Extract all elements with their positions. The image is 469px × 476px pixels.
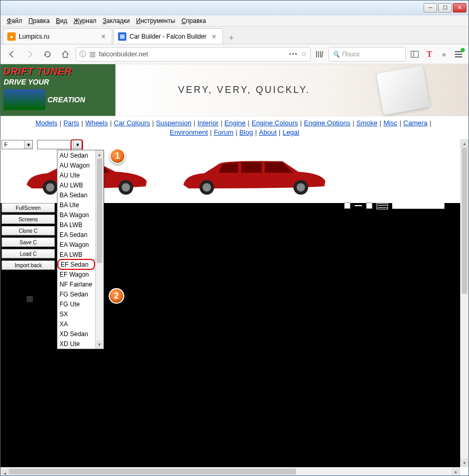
sidebar-icon[interactable] bbox=[409, 49, 420, 60]
nav-link-smoke[interactable]: Smoke bbox=[356, 119, 377, 127]
nav-link-wheels[interactable]: Wheels bbox=[85, 119, 108, 127]
brand-select[interactable]: F ▾ bbox=[2, 140, 33, 149]
back-button[interactable] bbox=[5, 47, 19, 62]
page-vertical-scrollbar[interactable]: ▴ ▾ bbox=[460, 139, 468, 467]
dropdown-option[interactable]: AU Ute bbox=[57, 170, 95, 180]
dropdown-option[interactable]: EA Sedan bbox=[57, 230, 95, 240]
forward-button[interactable] bbox=[22, 47, 37, 62]
widget-lines-icon[interactable] bbox=[377, 202, 388, 209]
dropdown-option[interactable]: SX bbox=[57, 309, 95, 319]
dropdown-option[interactable]: FG Ute bbox=[57, 299, 95, 309]
dropdown-option[interactable]: BA Sedan bbox=[57, 190, 95, 200]
dropdown-option[interactable]: EF Sedan bbox=[57, 259, 95, 270]
scroll-thumb[interactable] bbox=[9, 469, 296, 474]
dropdown-option[interactable]: XD Sedan bbox=[57, 329, 95, 339]
menu-закладки[interactable]: Закладки bbox=[100, 16, 133, 26]
dropdown-option[interactable]: NF Fairlane bbox=[57, 279, 95, 289]
widget-slider[interactable] bbox=[392, 203, 444, 209]
bookmark-star-icon[interactable]: ☆ bbox=[301, 50, 307, 58]
scroll-right-icon[interactable]: ▸ bbox=[452, 468, 460, 475]
dropdown-scrollbar[interactable]: ▴ ▾ bbox=[95, 150, 103, 349]
extension-t-icon[interactable]: T bbox=[424, 49, 435, 60]
nav-link-blog[interactable]: Blog bbox=[239, 128, 253, 136]
menu-журнал[interactable]: Журнал bbox=[71, 16, 100, 26]
model-select[interactable]: ▾ bbox=[37, 140, 82, 149]
menu-инструменты[interactable]: Инструменты bbox=[133, 16, 179, 26]
nav-link-camera[interactable]: Camera bbox=[403, 119, 427, 127]
nav-link-parts[interactable]: Parts bbox=[63, 119, 79, 127]
side-button-import-back[interactable]: Import back bbox=[2, 260, 55, 270]
dropdown-option[interactable]: EA Wagon bbox=[57, 240, 95, 249]
reader-icon[interactable]: ▥ bbox=[89, 50, 96, 58]
dropdown-option[interactable]: BA Ute bbox=[57, 200, 95, 210]
dropdown-option[interactable]: EF Wagon bbox=[57, 269, 95, 279]
library-icon[interactable] bbox=[314, 49, 325, 60]
scroll-down-icon[interactable]: ▾ bbox=[461, 459, 468, 467]
info-icon[interactable]: ⓘ bbox=[79, 50, 86, 59]
window-maximize-button[interactable]: ☐ bbox=[438, 3, 452, 13]
checkbox[interactable] bbox=[344, 203, 350, 209]
side-button-load-c[interactable]: Load C bbox=[2, 249, 55, 258]
dropdown-option[interactable]: EA LWB bbox=[57, 249, 95, 259]
scroll-down-icon[interactable]: ▾ bbox=[96, 340, 103, 349]
nav-link-environment[interactable]: Environment bbox=[170, 128, 208, 136]
nav-link-misc[interactable]: Misc bbox=[383, 119, 397, 127]
nav-link-suspension[interactable]: Suspension bbox=[156, 119, 192, 127]
dropdown-option[interactable]: AU Sedan bbox=[57, 150, 95, 160]
dropdown-option[interactable]: XA bbox=[57, 319, 95, 329]
tab-lumpics[interactable]: ● Lumpics.ru × bbox=[3, 28, 112, 44]
window-minimize-button[interactable]: ─ bbox=[424, 3, 437, 13]
tab-label: Lumpics.ru bbox=[19, 33, 50, 40]
nav-link-engine[interactable]: Engine bbox=[225, 119, 245, 127]
dropdown-option[interactable]: FG Sedan bbox=[57, 289, 95, 299]
nav-link-legal[interactable]: Legal bbox=[283, 128, 299, 136]
dropdown-option[interactable]: AU Wagon bbox=[57, 160, 95, 170]
side-button-clone-c[interactable]: Clone C bbox=[2, 226, 55, 235]
scroll-thumb[interactable] bbox=[97, 159, 102, 263]
dropdown-option[interactable]: AU LWB bbox=[57, 180, 95, 190]
nav-link-car-colours[interactable]: Car Colours bbox=[114, 119, 150, 127]
nav-link-about[interactable]: About bbox=[259, 128, 277, 136]
page-horizontal-scrollbar[interactable]: ◂ ▸ bbox=[1, 467, 460, 475]
menu-справка[interactable]: Справка bbox=[178, 16, 209, 26]
menu-правка[interactable]: Правка bbox=[26, 16, 53, 26]
banner-left-ad[interactable]: DRIFT TUNER DRIVE YOUR CREATION bbox=[1, 64, 115, 116]
scroll-up-icon[interactable]: ▴ bbox=[96, 150, 103, 159]
reload-button[interactable] bbox=[40, 47, 55, 62]
dropdown-option[interactable]: BA Wagon bbox=[57, 210, 95, 220]
tab-close-icon[interactable]: × bbox=[210, 32, 218, 41]
tab-carbuilder[interactable]: ▦ Car Builder - Falcon Builder × bbox=[113, 28, 223, 44]
svg-point-3 bbox=[46, 183, 54, 192]
scroll-left-icon[interactable]: ◂ bbox=[1, 469, 9, 475]
checkbox[interactable] bbox=[366, 203, 372, 209]
nav-link-engine-options[interactable]: Engine Options bbox=[304, 119, 350, 127]
banner-right-ad[interactable]: VERY, VERY, QUICKLY. bbox=[115, 64, 468, 116]
nav-link-models[interactable]: Models bbox=[36, 119, 57, 127]
search-box[interactable]: 🔍 Поиск bbox=[329, 47, 406, 62]
url-bar[interactable]: ⓘ ▥ falconbuilder.net ••• ☆ bbox=[76, 47, 311, 62]
scroll-thumb[interactable] bbox=[462, 148, 467, 294]
side-button-screens[interactable]: Screens bbox=[2, 215, 55, 224]
menu-вид[interactable]: Вид bbox=[53, 16, 71, 26]
chevron-down-icon[interactable]: ▾ bbox=[24, 140, 32, 149]
menu-файл[interactable]: Файл bbox=[4, 16, 26, 26]
home-button[interactable] bbox=[58, 47, 73, 62]
app-menu-button[interactable] bbox=[453, 49, 464, 60]
dropdown-option[interactable]: BA LWB bbox=[57, 220, 95, 230]
site-nav-links: Models|Parts|Wheels|Car Colours|Suspensi… bbox=[1, 116, 468, 139]
tab-close-icon[interactable]: × bbox=[99, 32, 108, 41]
dropdown-option[interactable]: XD Ute bbox=[57, 339, 95, 349]
page-actions-icon[interactable]: ••• bbox=[289, 50, 298, 58]
nav-link-interior[interactable]: Interior bbox=[197, 119, 218, 127]
brand-select-value: F bbox=[2, 141, 24, 148]
nav-link-engine-colours[interactable]: Engine Colours bbox=[252, 119, 298, 127]
side-button-save-c[interactable]: Save C bbox=[2, 237, 55, 247]
nav-link-forum[interactable]: Forum bbox=[214, 128, 233, 136]
window-close-button[interactable]: ✕ bbox=[453, 3, 466, 13]
overflow-icon[interactable]: » bbox=[438, 49, 450, 60]
new-tab-button[interactable]: ＋ bbox=[224, 31, 239, 44]
side-button-fullscreen[interactable]: FullScreen bbox=[2, 203, 55, 212]
side-button-panel: FullScreenScreensClone CSave CLoad CImpo… bbox=[2, 203, 55, 272]
scroll-up-icon[interactable]: ▴ bbox=[461, 139, 468, 148]
chevron-down-icon[interactable]: ▾ bbox=[73, 140, 81, 149]
